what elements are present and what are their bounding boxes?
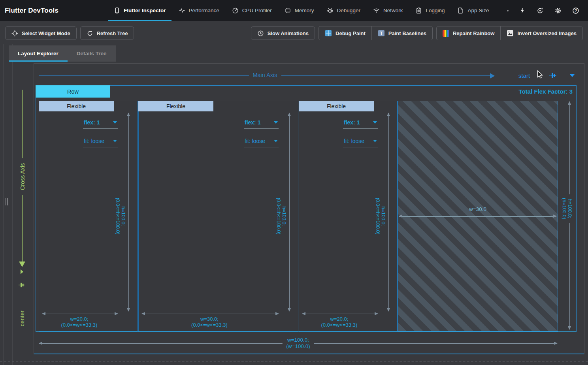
fit-value-dropdown[interactable]: fit: loose [343, 138, 378, 147]
chevron-right-icon[interactable] [21, 269, 23, 274]
height-arrow [388, 113, 389, 311]
chevron-down-icon [274, 140, 278, 142]
flex-value-dropdown[interactable]: flex: 1 [244, 119, 279, 129]
cross-axis-label: Cross Axis [19, 158, 26, 195]
flexible-widget-name-tab[interactable]: Flexible [138, 101, 213, 111]
settings-gear-icon[interactable] [554, 7, 562, 14]
height-arrow [128, 113, 129, 311]
layout-explorer-canvas: Main Axis start Row Total Flex Factor: 3… [34, 63, 584, 354]
flexible-widget-2[interactable]: Flexible flex: 1 fit: loose h=100.0; (0.… [138, 101, 298, 331]
invert-oversized-images-toggle[interactable]: Invert Oversized Images [500, 26, 582, 40]
nav-tab-logging[interactable]: Logging [409, 0, 451, 21]
chevron-down-icon [113, 140, 117, 142]
splitter-grip[interactable] [5, 198, 8, 205]
phone-icon [114, 7, 120, 14]
flex-value-dropdown[interactable]: flex: 1 [343, 119, 378, 129]
cross-axis-align-icon[interactable] [18, 281, 26, 289]
rainbow-icon [443, 30, 449, 37]
flexible-widget-3[interactable]: Flexible flex: 1 fit: loose h=100.0; (0.… [299, 101, 398, 331]
help-icon[interactable]: ? [572, 7, 579, 14]
image-icon [507, 30, 514, 37]
refresh-tree-button[interactable]: Refresh Tree [80, 26, 134, 40]
nav-tab-app-size[interactable]: App Size [451, 0, 495, 21]
splitter-line-right[interactable] [12, 44, 13, 365]
memory-icon [285, 7, 291, 14]
chevron-down-icon [373, 140, 377, 142]
tab-details-tree[interactable]: Details Tree [68, 45, 116, 62]
crosshair-icon [11, 30, 18, 37]
flexible-widget-name-tab[interactable]: Flexible [39, 101, 114, 111]
height-label: h=100.0; (0.0<=h<=100.0) [375, 198, 386, 234]
svg-text:T: T [380, 31, 383, 36]
nav-tab-debugger[interactable]: Debugger [320, 0, 367, 21]
inspector-toolbar: Select Widget Mode Refresh Tree Slow Ani… [0, 21, 588, 45]
bug-icon [327, 7, 334, 14]
file-icon [457, 7, 464, 14]
chevron-down-icon [373, 121, 377, 124]
width-label: w=20.0; (0.0<=w<=33.3) [301, 316, 378, 328]
flex-value-dropdown[interactable]: flex: 1 [83, 119, 118, 129]
free-space-width-arrow [399, 216, 556, 217]
row-widget-name-tab[interactable]: Row [36, 85, 110, 98]
flexible-widget-1[interactable]: Flexible flex: 1 fit: loose h=100.0; (0.… [39, 101, 138, 331]
nav-tab-memory[interactable]: Memory [278, 0, 320, 21]
hot-reload-bolt-icon[interactable] [519, 7, 526, 14]
width-arrow [142, 314, 279, 314]
free-space-width-label: w=30.0 [398, 206, 558, 212]
width-label: w=20.0; (0.0<=w<=33.3) [41, 316, 118, 328]
clipboard-icon [415, 7, 422, 14]
height-label: h=100.0; (0.0<=h<=100.0) [276, 198, 287, 234]
total-flex-factor: Total Flex Factor: 3 [519, 88, 573, 95]
active-panel-tab-underline [9, 60, 68, 62]
height-arrow [289, 113, 290, 311]
height-label: h=100.0; (0.0<=h<=100.0) [115, 198, 126, 234]
clock-icon [257, 30, 264, 37]
chevron-down-icon [113, 121, 117, 124]
splitter-line-left[interactable] [3, 44, 4, 365]
repaint-rainbow-toggle[interactable]: Repaint Rainbow [437, 26, 500, 40]
mouse-cursor [537, 70, 544, 79]
paint-baselines-icon: T [378, 30, 385, 37]
slow-animations-toggle[interactable]: Slow Animations [251, 26, 315, 40]
nav-separator-dot [507, 10, 509, 11]
nav-tab-flutter-inspector[interactable]: Flutter Inspector [107, 0, 172, 21]
main-axis-align-icon[interactable] [549, 71, 558, 80]
fit-value-dropdown[interactable]: fit: loose [244, 138, 279, 147]
main-axis-arrow: Main Axis [39, 75, 491, 76]
select-widget-mode-button[interactable]: Select Widget Mode [5, 26, 77, 40]
flexible-widget-name-tab[interactable]: Flexible [299, 101, 374, 111]
cpu-profiler-icon [232, 7, 239, 14]
width-arrow [302, 314, 378, 314]
svg-text:?: ? [575, 8, 577, 13]
repaint-toggles-group: Repaint Rainbow Invert Oversized Images [436, 26, 583, 40]
cross-axis-alignment-dropdown[interactable]: center [19, 310, 25, 326]
row-widget[interactable]: Row Total Flex Factor: 3 Flexible flex: … [36, 85, 577, 332]
paint-toggles-group: Debug Paint T Paint Baselines [318, 26, 433, 40]
width-label: w=30.0; (0.0<=w<=33.3) [140, 316, 279, 328]
performance-icon [179, 7, 185, 14]
nav-tabs: Flutter Inspector Performance CPU Profil… [107, 0, 496, 21]
paint-baselines-toggle[interactable]: T Paint Baselines [371, 26, 432, 40]
row-height-label: h=100.0; (h=100.0) [562, 194, 573, 223]
flutter-devtools-window: Flutter DevTools Flutter Inspector Perfo… [0, 0, 588, 365]
tab-layout-explorer[interactable]: Layout Explorer [9, 45, 68, 62]
nav-tab-network[interactable]: Network [367, 0, 409, 21]
debug-paint-icon [325, 30, 332, 37]
top-nav-bar: Flutter DevTools Flutter Inspector Perfo… [0, 0, 588, 21]
hot-restart-icon[interactable] [537, 7, 544, 14]
main-axis-alignment-dropdown[interactable]: start [518, 72, 530, 79]
row-width-label: w=100.0; (w=100.0) [282, 337, 314, 350]
app-title: Flutter DevTools [0, 0, 107, 21]
nav-tab-cpu-profiler[interactable]: CPU Profiler [226, 0, 278, 21]
bottom-splitter-dashed-line[interactable] [0, 361, 588, 362]
chevron-down-icon[interactable] [570, 74, 575, 77]
fit-value-dropdown[interactable]: fit: loose [83, 138, 118, 147]
debug-paint-toggle[interactable]: Debug Paint [319, 26, 371, 40]
inspector-panel-tabs: Layout Explorer Details Tree [9, 45, 116, 62]
refresh-icon [87, 30, 93, 37]
nav-actions: ? [507, 0, 588, 21]
main-axis-label: Main Axis [249, 72, 281, 78]
nav-tab-performance[interactable]: Performance [172, 0, 226, 21]
wifi-icon [373, 7, 380, 14]
free-space-region: w=30.0 [398, 101, 558, 331]
